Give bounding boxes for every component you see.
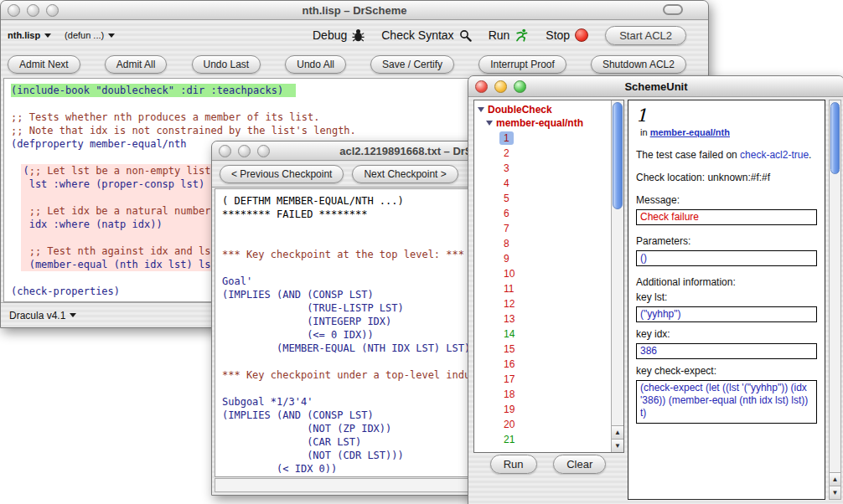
close-button[interactable] <box>8 4 20 17</box>
additional-info-label: Additional information: <box>636 276 817 289</box>
next-checkpoint-button[interactable]: Next Checkpoint > <box>352 165 458 183</box>
scroll-thumb[interactable] <box>830 102 840 174</box>
test-case-item-13[interactable]: 13 <box>474 311 623 327</box>
test-case-item-10[interactable]: 10 <box>474 266 623 281</box>
test-case-item-8[interactable]: 8 <box>474 236 623 251</box>
test-case-number: 12 <box>499 297 519 311</box>
key-check-expect-field[interactable]: (check-expect (let ((lst '("yyhhp")) (id… <box>636 380 817 424</box>
test-case-number: 8 <box>499 237 514 250</box>
key-lst-label: key lst: <box>636 291 817 304</box>
scroll-down-button[interactable]: ▼ <box>612 439 623 452</box>
start-acl2-button[interactable]: Start ACL2 <box>605 26 686 45</box>
in-label: in <box>640 127 648 137</box>
message-field[interactable]: Check failure <box>636 209 817 225</box>
run-button[interactable]: Run <box>490 455 537 474</box>
test-case-item-11[interactable]: 11 <box>474 281 623 296</box>
test-case-item-15[interactable]: 15 <box>474 342 623 357</box>
test-case-item-1[interactable]: 1 <box>474 131 623 146</box>
close-button[interactable] <box>475 80 488 93</box>
test-case-number: 11 <box>499 282 518 296</box>
disclosure-triangle-icon[interactable] <box>478 107 484 112</box>
detail-scrollbar[interactable]: ▲ ▼ <box>829 100 841 500</box>
definition-navigator-menu[interactable]: (defun ...) <box>65 30 115 40</box>
test-case-number: 10 <box>499 267 519 280</box>
test-case-item-4[interactable]: 4 <box>474 176 623 191</box>
test-case-item-21[interactable]: 21 <box>474 432 623 447</box>
save-certify-button[interactable]: Save / Certify <box>370 55 454 74</box>
zoom-button[interactable] <box>257 145 270 157</box>
tree-root-doublecheck[interactable]: DoubleCheck <box>474 100 623 116</box>
parameters-field[interactable]: () <box>636 250 817 266</box>
test-case-number: 21 <box>499 433 519 446</box>
language-label: Dracula v4.1 <box>9 310 65 321</box>
tree-group-label: member-equal/nth <box>496 117 583 129</box>
test-case-number: 6 <box>499 207 514 220</box>
run-button[interactable]: Run <box>489 28 530 42</box>
scroll-arrows: ▲ ▼ <box>830 472 840 499</box>
chevron-down-icon <box>70 313 76 317</box>
test-case-item-6[interactable]: 6 <box>474 206 623 221</box>
test-case-number: 4 <box>499 177 514 190</box>
key-idx-field[interactable]: 386 <box>636 343 817 359</box>
interrupt-proof-button[interactable]: Interrupt Proof <box>478 55 566 74</box>
minimize-button[interactable] <box>494 80 507 93</box>
language-menu[interactable]: Dracula v4.1 <box>9 310 76 321</box>
chevron-down-icon <box>108 33 115 38</box>
filename-menu[interactable]: nth.lisp <box>8 30 51 40</box>
stop-label: Stop <box>546 28 570 42</box>
stop-button[interactable]: Stop <box>546 28 588 42</box>
test-case-item-16[interactable]: 16 <box>474 357 623 372</box>
test-case-number: 1 <box>499 131 514 145</box>
case-link[interactable]: member-equal/nth <box>650 127 730 137</box>
test-case-number: 7 <box>499 222 514 235</box>
shutdown-acl2-button[interactable]: Shutdown ACL2 <box>591 55 686 74</box>
screen: nth.lisp – DrScheme nth.lisp (defun ...)… <box>0 0 843 504</box>
undo-all-button[interactable]: Undo All <box>285 55 346 74</box>
test-case-number: 17 <box>499 373 519 386</box>
main-titlebar[interactable]: nth.lisp – DrScheme <box>1 1 708 20</box>
failure-text: The test case failed on <box>636 149 740 161</box>
test-case-item-18[interactable]: 18 <box>474 387 623 402</box>
close-button[interactable] <box>219 145 231 157</box>
test-case-item-7[interactable]: 7 <box>474 221 623 236</box>
test-case-item-9[interactable]: 9 <box>474 251 623 266</box>
test-detail-panel: 1 in member-equal/nth The test case fail… <box>628 100 825 500</box>
test-case-item-17[interactable]: 17 <box>474 372 623 387</box>
scroll-up-button[interactable]: ▲ <box>830 472 840 486</box>
test-case-number: 3 <box>499 162 514 175</box>
schemeunit-window: SchemeUnit DoubleCheck member-equal/nth … <box>468 75 843 504</box>
test-case-item-2[interactable]: 2 <box>474 146 623 161</box>
admit-next-button[interactable]: Admit Next <box>8 55 80 74</box>
debug-button[interactable]: Debug <box>313 28 365 42</box>
undo-last-button[interactable]: Undo Last <box>192 55 261 74</box>
check-syntax-button[interactable]: Check Syntax <box>381 28 471 42</box>
disclosure-triangle-icon[interactable] <box>486 121 493 126</box>
zoom-button[interactable] <box>46 4 59 17</box>
test-case-item-5[interactable]: 5 <box>474 191 623 206</box>
schemeunit-titlebar[interactable]: SchemeUnit <box>468 76 843 97</box>
scroll-thumb[interactable] <box>613 102 623 209</box>
failure-check-link[interactable]: check-acl2-true <box>740 149 809 161</box>
run-label: Run <box>489 28 510 42</box>
test-case-number: 13 <box>499 312 519 326</box>
minimize-button[interactable] <box>27 4 39 17</box>
scroll-down-button[interactable]: ▼ <box>830 486 840 499</box>
scroll-up-button[interactable]: ▲ <box>612 425 623 439</box>
main-toolbar: nth.lisp (defun ...) Debug Check Syntax <box>1 20 708 50</box>
key-idx-label: key idx: <box>636 328 817 341</box>
test-case-item-3[interactable]: 3 <box>474 161 623 176</box>
admit-all-button[interactable]: Admit All <box>105 55 168 74</box>
tree-scrollbar[interactable]: ▲ ▼ <box>611 100 623 452</box>
zoom-button[interactable] <box>514 80 526 93</box>
runner-icon <box>515 28 529 42</box>
key-lst-field[interactable]: ("yyhhp") <box>636 306 817 322</box>
previous-checkpoint-button[interactable]: < Previous Checkpoint <box>220 165 344 183</box>
test-case-item-19[interactable]: 19 <box>474 402 623 417</box>
test-case-item-14[interactable]: 14 <box>474 327 623 342</box>
minimize-button[interactable] <box>238 145 251 157</box>
toolbar-toggle-button[interactable] <box>663 4 683 15</box>
test-case-item-12[interactable]: 12 <box>474 296 623 311</box>
test-case-item-20[interactable]: 20 <box>474 417 623 432</box>
clear-button[interactable]: Clear <box>553 455 606 474</box>
tree-group-member-equal-nth[interactable]: member-equal/nth <box>474 116 623 129</box>
